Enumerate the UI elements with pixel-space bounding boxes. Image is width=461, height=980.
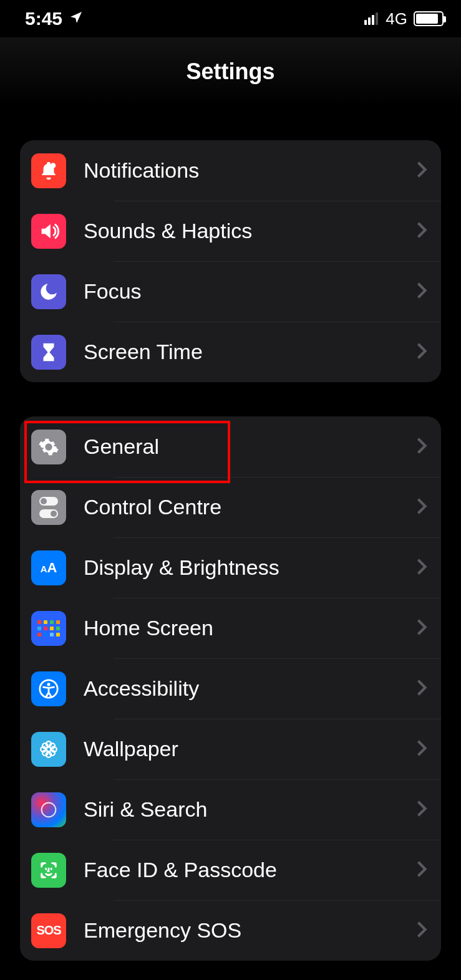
row-label: Home Screen <box>84 616 416 640</box>
chevron-right-icon <box>416 161 427 181</box>
status-left: 5:45 <box>25 8 84 29</box>
app-grid-icon <box>31 611 66 646</box>
cellular-signal-icon <box>364 12 378 25</box>
chevron-right-icon <box>416 558 427 578</box>
flower-icon <box>31 732 66 767</box>
row-label: Sounds & Haptics <box>84 219 416 243</box>
row-screen-time[interactable]: Screen Time <box>20 322 441 382</box>
row-label: Siri & Search <box>84 797 416 822</box>
page-header: Settings <box>0 37 461 106</box>
bell-icon <box>31 153 66 188</box>
row-label: Accessibility <box>84 676 416 701</box>
row-label: Emergency SOS <box>84 918 416 943</box>
chevron-right-icon <box>416 342 427 362</box>
page-title: Settings <box>186 59 274 85</box>
row-notifications[interactable]: Notifications <box>20 140 441 201</box>
sos-icon: SOS <box>31 913 66 948</box>
row-label: Wallpaper <box>84 737 416 761</box>
row-label: Notifications <box>84 158 416 183</box>
chevron-right-icon <box>416 860 427 880</box>
row-label: Screen Time <box>84 340 416 364</box>
row-display[interactable]: AA Display & Brightness <box>20 537 441 598</box>
faceid-icon <box>31 853 66 888</box>
row-label: Control Centre <box>84 495 416 519</box>
clock: 5:45 <box>25 8 62 29</box>
moon-icon <box>31 274 66 309</box>
row-label: Display & Brightness <box>84 555 416 580</box>
speaker-icon <box>31 214 66 249</box>
battery-icon <box>414 11 444 26</box>
row-accessibility[interactable]: Accessibility <box>20 658 441 719</box>
chevron-right-icon <box>416 739 427 759</box>
chevron-right-icon <box>416 800 427 820</box>
status-bar: 5:45 4G <box>0 0 461 37</box>
text-size-icon: AA <box>31 550 66 585</box>
row-label: Face ID & Passcode <box>84 858 416 882</box>
hourglass-icon <box>31 335 66 370</box>
row-focus[interactable]: Focus <box>20 261 441 322</box>
row-general[interactable]: General <box>20 416 441 477</box>
gear-icon <box>31 430 66 464</box>
settings-group-2: General Control Centre AA Display & Brig… <box>20 416 441 961</box>
row-siri[interactable]: Siri & Search <box>20 779 441 840</box>
row-home-screen[interactable]: Home Screen <box>20 598 441 658</box>
chevron-right-icon <box>416 679 427 699</box>
status-right: 4G <box>364 9 444 29</box>
toggles-icon <box>31 490 66 525</box>
chevron-right-icon <box>416 921 427 941</box>
row-label: General <box>84 435 416 459</box>
network-type: 4G <box>386 9 407 29</box>
svg-point-12 <box>42 802 56 817</box>
chevron-right-icon <box>416 221 427 241</box>
chevron-right-icon <box>416 618 427 638</box>
row-wallpaper[interactable]: Wallpaper <box>20 719 441 779</box>
location-icon <box>69 8 84 29</box>
row-sounds[interactable]: Sounds & Haptics <box>20 201 441 261</box>
row-control-centre[interactable]: Control Centre <box>20 477 441 537</box>
chevron-right-icon <box>416 437 427 457</box>
siri-icon <box>31 792 66 827</box>
settings-group-1: Notifications Sounds & Haptics Focus Scr… <box>20 140 441 382</box>
row-faceid[interactable]: Face ID & Passcode <box>20 840 441 900</box>
chevron-right-icon <box>416 282 427 302</box>
row-sos[interactable]: SOS Emergency SOS <box>20 900 441 961</box>
svg-point-2 <box>47 683 50 686</box>
row-label: Focus <box>84 279 416 304</box>
accessibility-icon <box>31 671 66 706</box>
chevron-right-icon <box>416 497 427 517</box>
svg-point-0 <box>51 163 56 168</box>
